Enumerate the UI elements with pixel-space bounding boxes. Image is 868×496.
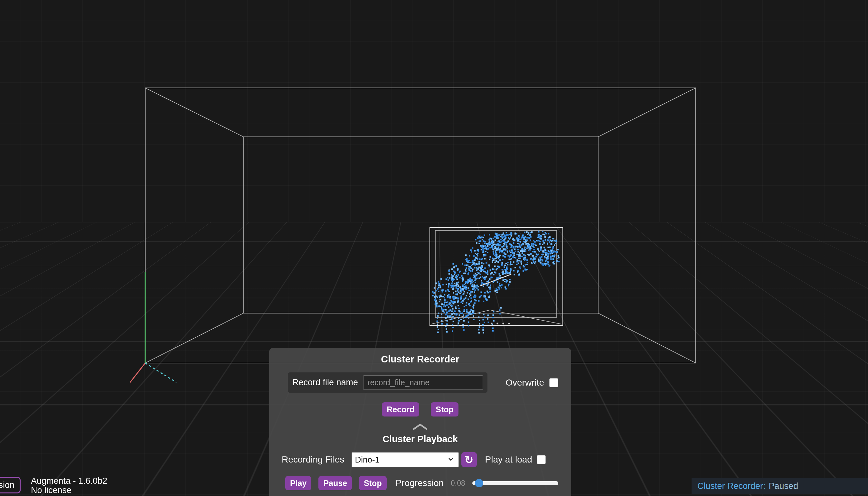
playback-transport-row: Play Pause Stop Progression 0.08 <box>285 476 558 490</box>
session-button-label: sion <box>0 480 15 490</box>
overwrite-checkbox[interactable] <box>549 378 558 387</box>
recorder-status-value: Paused <box>769 481 799 491</box>
progression-slider[interactable] <box>472 481 558 485</box>
record-stop-button[interactable]: Stop <box>431 402 459 417</box>
play-at-load-group: Play at load <box>485 454 546 465</box>
velocity-vector <box>480 274 511 286</box>
chevron-up-icon <box>413 423 428 430</box>
refresh-button[interactable]: ↻ <box>461 452 477 467</box>
recording-files-label: Recording Files <box>282 454 344 465</box>
record-buttons-row: Record Stop <box>269 402 571 417</box>
license-status: No license <box>31 486 107 495</box>
app-info: Augmenta - 1.6.0b2 No license <box>31 476 107 495</box>
app-version: Augmenta - 1.6.0b2 <box>31 476 107 486</box>
progression-value: 0.08 <box>451 479 465 487</box>
record-file-name-input[interactable] <box>363 375 483 390</box>
overwrite-label: Overwrite <box>506 377 544 388</box>
chevron-down-icon: ⌄ <box>447 455 455 459</box>
recording-files-row: Recording Files Dino-1 ⌄ ↻ Play at load <box>282 452 560 467</box>
collapse-control[interactable] <box>269 423 571 430</box>
session-button[interactable]: sion <box>0 477 20 493</box>
play-button[interactable]: Play <box>285 476 311 490</box>
panel-title: Cluster Recorder <box>269 348 571 365</box>
play-at-load-label: Play at load <box>485 454 532 465</box>
pause-button[interactable]: Pause <box>319 476 352 490</box>
record-file-group: Record file name <box>288 372 487 393</box>
recorder-status-label: Cluster Recorder: <box>697 481 765 491</box>
recording-files-value: Dino-1 <box>355 455 447 465</box>
axis-gizmo <box>130 272 176 382</box>
play-at-load-checkbox[interactable] <box>537 455 546 464</box>
world-bounding-box <box>145 88 696 363</box>
record-button[interactable]: Record <box>382 402 419 417</box>
record-row: Record file name Overwrite <box>288 372 558 393</box>
overwrite-group: Overwrite <box>506 377 558 388</box>
playback-stop-button[interactable]: Stop <box>359 476 387 490</box>
refresh-icon: ↻ <box>465 453 474 466</box>
record-file-label: Record file name <box>292 377 358 388</box>
cluster-recorder-panel: Cluster Recorder Record file name Overwr… <box>269 348 571 496</box>
recorder-status-bar: Cluster Recorder: Paused <box>692 478 868 494</box>
progression-slider-thumb[interactable] <box>475 479 483 487</box>
recording-files-select[interactable]: Dino-1 ⌄ <box>352 452 459 467</box>
progression-label: Progression <box>396 478 444 488</box>
point-cloud <box>432 231 560 334</box>
playback-title: Cluster Playback <box>269 434 571 445</box>
cluster-marker-dots <box>491 323 510 324</box>
